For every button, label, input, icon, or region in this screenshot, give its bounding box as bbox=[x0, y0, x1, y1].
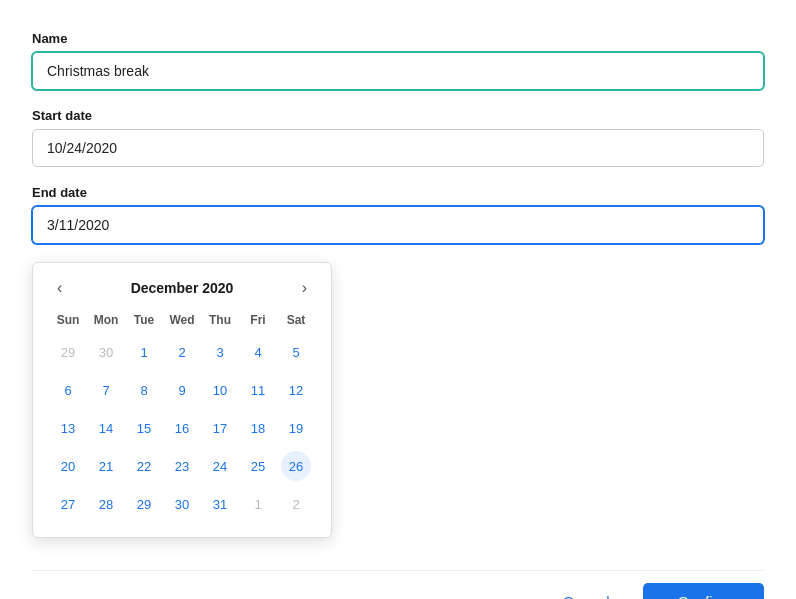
calendar-cell: 27 bbox=[49, 485, 87, 523]
calendar-cell: 19 bbox=[277, 409, 315, 447]
calendar-week-row: 13141516171819 bbox=[49, 409, 315, 447]
start-date-label: Start date bbox=[32, 108, 764, 123]
calendar-day[interactable]: 3 bbox=[205, 337, 235, 367]
calendar-prev-button[interactable]: ‹ bbox=[49, 277, 70, 299]
calendar-cell: 16 bbox=[163, 409, 201, 447]
calendar-cell: 4 bbox=[239, 333, 277, 371]
day-header-tue: Tue bbox=[125, 309, 163, 333]
day-header-sat: Sat bbox=[277, 309, 315, 333]
calendar-day[interactable]: 22 bbox=[129, 451, 159, 481]
calendar-cell: 15 bbox=[125, 409, 163, 447]
calendar-cell: 8 bbox=[125, 371, 163, 409]
calendar-week-row: 272829303112 bbox=[49, 485, 315, 523]
calendar-day[interactable]: 21 bbox=[91, 451, 121, 481]
calendar-day: 2 bbox=[281, 489, 311, 519]
calendar-day[interactable]: 9 bbox=[167, 375, 197, 405]
dialog: New holiday × Name Start date End date ‹… bbox=[0, 0, 796, 599]
calendar-cell: 5 bbox=[277, 333, 315, 371]
calendar-month-label: December 2020 bbox=[131, 280, 234, 296]
calendar-cell: 6 bbox=[49, 371, 87, 409]
day-header-fri: Fri bbox=[239, 309, 277, 333]
day-header-mon: Mon bbox=[87, 309, 125, 333]
calendar-day[interactable]: 24 bbox=[205, 451, 235, 481]
calendar-day[interactable]: 11 bbox=[243, 375, 273, 405]
calendar-day: 29 bbox=[53, 337, 83, 367]
calendar-cell: 9 bbox=[163, 371, 201, 409]
calendar-cell: 29 bbox=[49, 333, 87, 371]
calendar-cell: 2 bbox=[163, 333, 201, 371]
close-button[interactable]: × bbox=[740, 0, 764, 3]
calendar-day[interactable]: 20 bbox=[53, 451, 83, 481]
start-date-field-group: Start date bbox=[32, 108, 764, 167]
calendar-day[interactable]: 2 bbox=[167, 337, 197, 367]
calendar-popup: ‹ December 2020 › Sun Mon Tue Wed Thu Fr… bbox=[32, 262, 332, 538]
calendar-day[interactable]: 19 bbox=[281, 413, 311, 443]
calendar-day[interactable]: 13 bbox=[53, 413, 83, 443]
calendar-cell: 11 bbox=[239, 371, 277, 409]
calendar-day[interactable]: 27 bbox=[53, 489, 83, 519]
calendar-day[interactable]: 28 bbox=[91, 489, 121, 519]
calendar-cell: 25 bbox=[239, 447, 277, 485]
calendar-cell: 13 bbox=[49, 409, 87, 447]
calendar-day[interactable]: 4 bbox=[243, 337, 273, 367]
calendar-week-row: 293012345 bbox=[49, 333, 315, 371]
calendar-cell: 30 bbox=[163, 485, 201, 523]
calendar-day[interactable]: 10 bbox=[205, 375, 235, 405]
end-date-label: End date bbox=[32, 185, 764, 200]
name-input[interactable] bbox=[32, 52, 764, 90]
calendar-day[interactable]: 8 bbox=[129, 375, 159, 405]
dialog-header: New holiday × bbox=[32, 0, 764, 3]
day-header-thu: Thu bbox=[201, 309, 239, 333]
calendar-header: ‹ December 2020 › bbox=[49, 277, 315, 299]
calendar-day[interactable]: 15 bbox=[129, 413, 159, 443]
calendar-cell: 30 bbox=[87, 333, 125, 371]
cancel-button[interactable]: Cancel bbox=[545, 583, 628, 599]
calendar-cell: 23 bbox=[163, 447, 201, 485]
calendar-cell: 18 bbox=[239, 409, 277, 447]
calendar-day[interactable]: 6 bbox=[53, 375, 83, 405]
calendar-day[interactable]: 16 bbox=[167, 413, 197, 443]
dialog-overlay: New holiday × Name Start date End date ‹… bbox=[0, 0, 796, 599]
calendar-next-button[interactable]: › bbox=[294, 277, 315, 299]
calendar-day[interactable]: 5 bbox=[281, 337, 311, 367]
calendar-cell: 1 bbox=[125, 333, 163, 371]
calendar-cell: 7 bbox=[87, 371, 125, 409]
calendar-day[interactable]: 29 bbox=[129, 489, 159, 519]
calendar-day[interactable]: 12 bbox=[281, 375, 311, 405]
name-field-group: Name bbox=[32, 31, 764, 90]
calendar-cell: 12 bbox=[277, 371, 315, 409]
dialog-footer: Cancel Confirm bbox=[32, 570, 764, 599]
calendar-day[interactable]: 30 bbox=[167, 489, 197, 519]
calendar-day[interactable]: 14 bbox=[91, 413, 121, 443]
calendar-cell: 29 bbox=[125, 485, 163, 523]
start-date-input[interactable] bbox=[32, 129, 764, 167]
calendar-day-headers: Sun Mon Tue Wed Thu Fri Sat bbox=[49, 309, 315, 333]
calendar-cell: 22 bbox=[125, 447, 163, 485]
calendar-week-row: 6789101112 bbox=[49, 371, 315, 409]
end-date-input[interactable] bbox=[32, 206, 764, 244]
calendar-day[interactable]: 31 bbox=[205, 489, 235, 519]
calendar-day[interactable]: 26 bbox=[281, 451, 311, 481]
calendar-cell: 20 bbox=[49, 447, 87, 485]
calendar-cell: 10 bbox=[201, 371, 239, 409]
dialog-title: New holiday bbox=[32, 0, 131, 1]
confirm-button[interactable]: Confirm bbox=[643, 583, 764, 599]
calendar-week-row: 20212223242526 bbox=[49, 447, 315, 485]
calendar-grid: Sun Mon Tue Wed Thu Fri Sat 293012345678… bbox=[49, 309, 315, 523]
calendar-day[interactable]: 25 bbox=[243, 451, 273, 481]
calendar-day[interactable]: 7 bbox=[91, 375, 121, 405]
calendar-day[interactable]: 17 bbox=[205, 413, 235, 443]
calendar-day: 30 bbox=[91, 337, 121, 367]
end-date-field-group: End date bbox=[32, 185, 764, 244]
calendar-cell: 31 bbox=[201, 485, 239, 523]
calendar-day[interactable]: 23 bbox=[167, 451, 197, 481]
calendar-day[interactable]: 1 bbox=[129, 337, 159, 367]
calendar-cell: 2 bbox=[277, 485, 315, 523]
calendar-cell: 21 bbox=[87, 447, 125, 485]
calendar-day[interactable]: 18 bbox=[243, 413, 273, 443]
calendar-cell: 24 bbox=[201, 447, 239, 485]
calendar-cell: 3 bbox=[201, 333, 239, 371]
name-label: Name bbox=[32, 31, 764, 46]
calendar-day: 1 bbox=[243, 489, 273, 519]
day-header-sun: Sun bbox=[49, 309, 87, 333]
